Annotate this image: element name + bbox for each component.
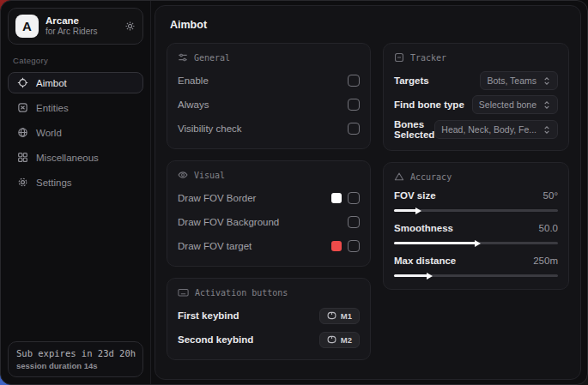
setting-row-first-keybind: First keybind M1 bbox=[178, 306, 360, 325]
app-logo: A bbox=[15, 15, 39, 38]
chevron-up-down-icon bbox=[543, 100, 551, 110]
chevron-up-down-icon bbox=[543, 76, 551, 86]
category-label: Category bbox=[13, 56, 138, 65]
always-checkbox[interactable] bbox=[348, 99, 360, 111]
setting-row-draw-fov-background: Draw FOV Background bbox=[178, 213, 360, 232]
enable-checkbox[interactable] bbox=[348, 75, 360, 87]
main-area: Aimbot bbox=[151, 1, 587, 384]
panel-tracker: Tracker Targets Bots, Teams bbox=[383, 43, 569, 151]
sidebar-nav: Aimbot Entities bbox=[8, 72, 143, 193]
setting-row-visibility-check: Visibility check bbox=[178, 119, 360, 138]
sidebar-item-world[interactable]: World bbox=[8, 122, 143, 143]
dropdown-value: Head, Neck, Body, Fe... bbox=[441, 124, 536, 135]
subscription-expiry: Sub expires in 23d 20h bbox=[16, 348, 135, 358]
app-window: A Arcane for Arc Riders Category bbox=[0, 0, 588, 385]
panel-visual: Visual Draw FOV Border Draw FOV Backgrou… bbox=[167, 160, 371, 267]
dropdown-value: Selected bone bbox=[479, 99, 536, 110]
setting-label: Visibility check bbox=[178, 123, 242, 134]
setting-label: First keybind bbox=[178, 310, 239, 321]
setting-row-bones-selected: Bones Selected Head, Neck, Body, Fe... bbox=[394, 119, 558, 140]
sidebar-item-settings[interactable]: Settings bbox=[8, 171, 143, 193]
crosshair-icon bbox=[17, 77, 28, 88]
session-duration: session duration 14s bbox=[16, 361, 135, 370]
setting-group-max-distance: Max distance 250m bbox=[394, 256, 558, 279]
globe-icon bbox=[17, 127, 28, 138]
targets-dropdown[interactable]: Bots, Teams bbox=[480, 71, 558, 90]
sidebar: A Arcane for Arc Riders Category bbox=[1, 1, 151, 384]
slider-thumb[interactable] bbox=[475, 240, 481, 247]
max-distance-slider[interactable] bbox=[394, 273, 558, 279]
find-bone-type-dropdown[interactable]: Selected bone bbox=[472, 95, 558, 114]
sidebar-item-miscellaneous[interactable]: Miscellaneous bbox=[8, 147, 143, 168]
fov-size-slider[interactable] bbox=[394, 208, 558, 214]
subscription-card: Sub expires in 23d 20h session duration … bbox=[8, 341, 143, 377]
chevron-up-down-icon bbox=[543, 125, 551, 135]
first-keybind-button[interactable]: M1 bbox=[319, 308, 360, 324]
setting-row-enable: Enable bbox=[178, 71, 360, 90]
keybind-value: M1 bbox=[341, 311, 352, 321]
sidebar-item-label: Miscellaneous bbox=[36, 153, 99, 163]
visibility-check-checkbox[interactable] bbox=[348, 123, 360, 135]
bones-selected-dropdown[interactable]: Head, Neck, Body, Fe... bbox=[434, 120, 558, 139]
slider-thumb[interactable] bbox=[427, 273, 433, 280]
setting-label: Targets bbox=[394, 75, 429, 86]
setting-row-second-keybind: Second keybind M2 bbox=[178, 330, 360, 349]
setting-label: Draw FOV target bbox=[178, 241, 252, 251]
entities-icon bbox=[17, 102, 28, 113]
sidebar-item-label: World bbox=[36, 128, 62, 138]
page-title: Aimbot bbox=[170, 19, 569, 31]
slider-value: 250m bbox=[533, 256, 558, 266]
draw-fov-target-checkbox[interactable] bbox=[348, 240, 360, 252]
grid-icon bbox=[17, 152, 28, 163]
setting-row-always: Always bbox=[178, 95, 360, 114]
app-name: Arcane bbox=[45, 15, 118, 27]
sidebar-item-entities[interactable]: Entities bbox=[8, 97, 143, 118]
slider-fill bbox=[394, 274, 428, 277]
gear-icon bbox=[17, 177, 28, 188]
main-surface: Aimbot bbox=[155, 5, 581, 380]
setting-row-draw-fov-border: Draw FOV Border bbox=[178, 189, 360, 208]
brand-gear-icon[interactable] bbox=[124, 21, 136, 32]
keyboard-icon bbox=[178, 287, 189, 298]
sidebar-item-aimbot[interactable]: Aimbot bbox=[8, 72, 143, 93]
setting-group-fov-size: FOV size 50° bbox=[394, 190, 558, 214]
setting-label: Draw FOV Border bbox=[178, 193, 256, 203]
fov-border-color-swatch[interactable] bbox=[331, 193, 342, 203]
panel-title: Tracker bbox=[410, 53, 446, 63]
setting-label: Bones Selected bbox=[394, 119, 434, 140]
brand-card: A Arcane for Arc Riders bbox=[8, 8, 143, 45]
keybind-value: M2 bbox=[341, 335, 352, 345]
setting-label: Second keybind bbox=[178, 334, 253, 345]
setting-row-targets: Targets Bots, Teams bbox=[394, 71, 558, 90]
mouse-icon bbox=[327, 311, 336, 320]
triangle-icon bbox=[394, 171, 404, 182]
sidebar-item-label: Aimbot bbox=[36, 78, 67, 88]
setting-row-find-bone-type: Find bone type Selected bone bbox=[394, 95, 558, 114]
draw-fov-border-checkbox[interactable] bbox=[348, 192, 360, 204]
panel-accuracy: Accuracy FOV size 50° bbox=[383, 162, 569, 290]
sidebar-item-label: Entities bbox=[36, 103, 69, 113]
setting-label: Smoothness bbox=[394, 223, 453, 233]
panel-title: Accuracy bbox=[410, 172, 452, 182]
setting-row-draw-fov-target: Draw FOV target bbox=[178, 237, 360, 256]
setting-label: Always bbox=[178, 99, 209, 110]
fov-target-color-swatch[interactable] bbox=[331, 241, 342, 251]
panel-title: General bbox=[194, 53, 230, 63]
scan-box-icon bbox=[394, 52, 404, 63]
setting-label: Draw FOV Background bbox=[178, 217, 279, 227]
dropdown-value: Bots, Teams bbox=[487, 75, 536, 86]
setting-group-smoothness: Smoothness 50.0 bbox=[394, 223, 558, 246]
eye-icon bbox=[178, 170, 188, 180]
slider-fill bbox=[394, 242, 476, 244]
panel-activation-buttons: Activation buttons First keybind bbox=[167, 278, 371, 360]
slider-value: 50° bbox=[543, 190, 558, 201]
second-keybind-button[interactable]: M2 bbox=[319, 332, 360, 348]
smoothness-slider[interactable] bbox=[394, 240, 558, 246]
panel-general: General Enable Always bbox=[167, 43, 371, 149]
draw-fov-background-checkbox[interactable] bbox=[348, 216, 360, 228]
panel-title: Visual bbox=[194, 171, 225, 180]
slider-thumb[interactable] bbox=[415, 208, 421, 214]
setting-label: Max distance bbox=[394, 256, 456, 266]
panel-title: Activation buttons bbox=[195, 288, 288, 298]
slider-fill bbox=[394, 209, 417, 212]
